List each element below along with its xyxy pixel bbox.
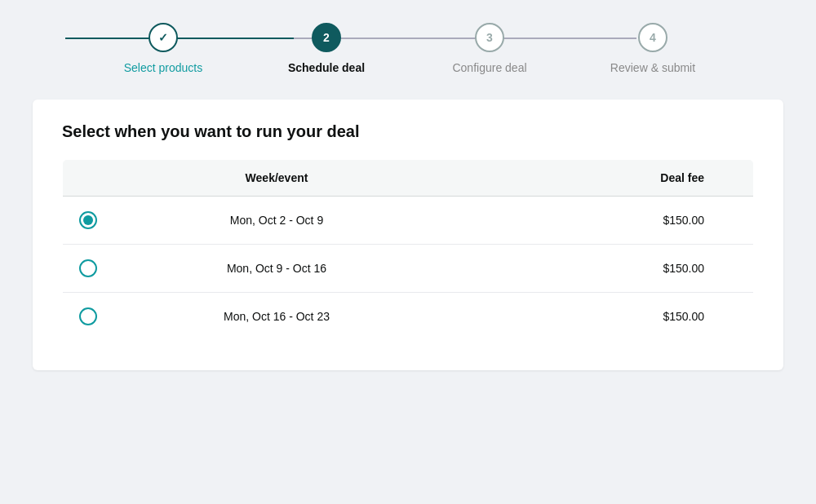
step-2[interactable]: 2 Schedule deal [245,23,408,75]
step-1-circle: ✓ [149,23,178,52]
step-4-circle: 4 [638,23,667,52]
radio-button[interactable] [79,259,97,277]
table-row[interactable]: Mon, Oct 2 - Oct 9$150.00 [63,197,754,245]
radio-button[interactable] [79,307,97,325]
stepper-container: ✓ Select products 2 Schedule deal 3 Conf… [0,0,816,91]
step-1[interactable]: ✓ Select products [82,23,245,75]
radio-button[interactable] [79,211,97,229]
section-title: Select when you want to run your deal [62,122,754,141]
week-cell: Mon, Oct 16 - Oct 23 [113,293,440,341]
stepper: ✓ Select products 2 Schedule deal 3 Conf… [49,23,767,75]
step-3[interactable]: 3 Configure deal [408,23,571,75]
step-1-label: Select products [124,60,203,75]
step-4-label: Review & submit [610,60,695,75]
table-row[interactable]: Mon, Oct 16 - Oct 23$150.00 [63,293,754,341]
fee-cell: $150.00 [440,293,754,341]
week-cell: Mon, Oct 2 - Oct 9 [113,197,440,245]
table-header-row: Week/event Deal fee [63,160,754,197]
week-cell: Mon, Oct 9 - Oct 16 [113,245,440,293]
fee-cell: $150.00 [440,245,754,293]
step-3-label: Configure deal [452,60,526,75]
radio-cell[interactable] [63,197,114,245]
step-2-circle: 2 [312,23,341,52]
col-header-fee: Deal fee [440,160,754,197]
step-4[interactable]: 4 Review & submit [571,23,734,75]
step-2-label: Schedule deal [288,60,365,75]
col-header-week: Week/event [113,160,440,197]
fee-cell: $150.00 [440,197,754,245]
col-header-radio [63,160,114,197]
step-3-circle: 3 [475,23,504,52]
table-row[interactable]: Mon, Oct 9 - Oct 16$150.00 [63,245,754,293]
radio-cell[interactable] [63,245,114,293]
radio-cell[interactable] [63,293,114,341]
main-content: Select when you want to run your deal We… [33,99,783,370]
deal-table: Week/event Deal fee Mon, Oct 2 - Oct 9$1… [62,159,754,341]
